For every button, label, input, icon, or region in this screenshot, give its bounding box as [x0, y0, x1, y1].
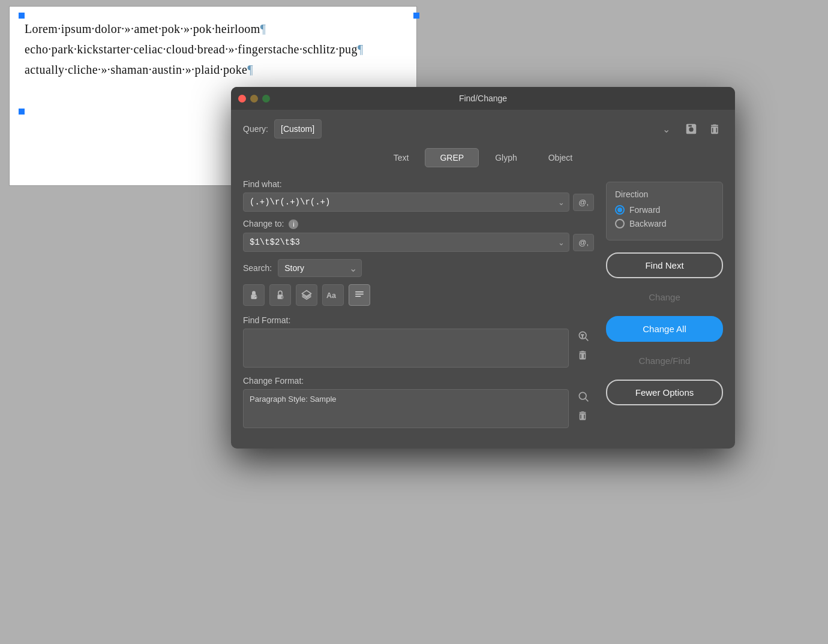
find-format-section: Find Format: T — [243, 315, 594, 368]
doc-line-2: echo·park·kickstarter·celiac·cloud·bread… — [25, 39, 404, 59]
find-what-input[interactable] — [243, 192, 569, 212]
svg-rect-8 — [355, 294, 364, 295]
minimize-button[interactable] — [250, 95, 258, 103]
fewer-options-button[interactable]: Fewer Options — [606, 380, 723, 405]
close-button[interactable] — [238, 95, 246, 103]
change-all-button[interactable]: Change All — [606, 316, 723, 342]
find-next-button[interactable]: Find Next — [606, 252, 723, 278]
backward-radio-row: Backward — [615, 219, 714, 228]
backward-label: Backward — [629, 219, 666, 228]
toolbar-lock-icon-2[interactable] — [269, 284, 291, 306]
change-to-input[interactable] — [243, 233, 569, 252]
direction-section: Direction Forward Backward — [606, 182, 723, 240]
find-format-search-icon[interactable]: T — [576, 329, 590, 343]
change-format-icons — [576, 389, 590, 423]
query-select[interactable]: [Custom] — [274, 119, 322, 139]
tabs-row: Text GREP Glyph Object — [243, 148, 723, 167]
svg-text:Aa: Aa — [326, 291, 337, 300]
find-what-input-wrapper — [243, 192, 569, 212]
change-to-label: Change to: i — [243, 219, 594, 229]
change-to-row: @, — [243, 233, 594, 252]
toolbar-layers-icon[interactable] — [296, 284, 317, 306]
change-format-section: Change Format: Paragraph Style: Sample — [243, 376, 594, 428]
search-label: Search: — [243, 263, 272, 273]
forward-radio[interactable] — [615, 205, 625, 215]
find-format-label: Find Format: — [243, 315, 594, 325]
search-select[interactable]: Story — [278, 259, 362, 277]
change-format-search-icon[interactable] — [576, 389, 590, 404]
doc-line-3: actually·cliche·»·shaman·austin·»·plaid·… — [25, 59, 404, 80]
forward-label: Forward — [629, 205, 660, 215]
icon-toolbar: A Aa — [243, 284, 594, 306]
tab-glyph[interactable]: Glyph — [480, 148, 532, 167]
change-format-delete-icon[interactable] — [576, 408, 590, 423]
right-panel: Direction Forward Backward Find Next Cha… — [606, 179, 723, 437]
svg-point-4 — [281, 296, 284, 299]
change-to-input-wrapper — [243, 233, 569, 252]
selection-handle-top-right — [413, 13, 419, 19]
dialog-body: Query: [Custom] Text GREP Glyph — [231, 110, 735, 449]
selection-handle-top-left — [19, 13, 25, 19]
dialog-title: Find/Change — [459, 94, 507, 103]
tab-text[interactable]: Text — [379, 148, 424, 167]
find-format-field — [243, 329, 569, 368]
find-what-row: @, — [243, 192, 594, 212]
svg-line-14 — [586, 399, 589, 402]
info-icon: i — [289, 219, 298, 229]
delete-query-button[interactable] — [706, 120, 723, 138]
find-what-label: Find what: — [243, 179, 594, 189]
left-panel: Find what: @, Change to: i @, — [243, 179, 594, 437]
backward-radio[interactable] — [615, 219, 625, 228]
query-row: Query: [Custom] — [243, 119, 723, 139]
dialog-titlebar: Find/Change — [231, 87, 735, 110]
svg-text:T: T — [581, 335, 584, 339]
document-text: Lorem·ipsum·dolor·»·amet·pok·»·pok·heirl… — [10, 7, 416, 92]
find-format-icons: T — [576, 329, 590, 362]
query-select-wrapper: [Custom] — [274, 119, 676, 139]
toolbar-case-icon[interactable]: Aa — [322, 284, 344, 306]
svg-rect-7 — [355, 291, 364, 293]
toolbar-lock-icon-1[interactable]: A — [243, 284, 265, 306]
tab-grep[interactable]: GREP — [425, 148, 479, 167]
tab-object[interactable]: Object — [533, 148, 587, 167]
save-query-button[interactable] — [682, 120, 700, 138]
forward-radio-row: Forward — [615, 205, 714, 215]
change-format-field: Paragraph Style: Sample — [243, 389, 569, 428]
change-button[interactable]: Change — [606, 284, 723, 310]
query-label: Query: — [243, 124, 268, 134]
svg-line-11 — [586, 338, 589, 341]
find-at-button[interactable]: @, — [573, 194, 594, 211]
svg-rect-9 — [355, 296, 361, 297]
change-at-button[interactable]: @, — [573, 234, 594, 251]
direction-title: Direction — [615, 189, 714, 199]
toolbar-paragraph-icon[interactable] — [349, 284, 370, 306]
search-select-wrapper: Story — [278, 259, 362, 277]
change-format-label: Change Format: — [243, 376, 594, 386]
change-format-value: Paragraph Style: Sample — [250, 395, 337, 404]
change-find-button[interactable]: Change/Find — [606, 348, 723, 374]
svg-point-13 — [579, 393, 586, 400]
maximize-button[interactable] — [262, 95, 270, 103]
selection-handle-bottom-left — [19, 109, 25, 115]
traffic-lights — [238, 95, 270, 103]
main-content: Find what: @, Change to: i @, — [243, 179, 723, 437]
doc-line-1: Lorem·ipsum·dolor·»·amet·pok·»·pok·heirl… — [25, 19, 404, 39]
search-row: Search: Story — [243, 259, 594, 277]
find-change-dialog: Find/Change Query: [Custom] Text — [231, 87, 735, 449]
find-format-delete-icon[interactable] — [576, 348, 590, 362]
